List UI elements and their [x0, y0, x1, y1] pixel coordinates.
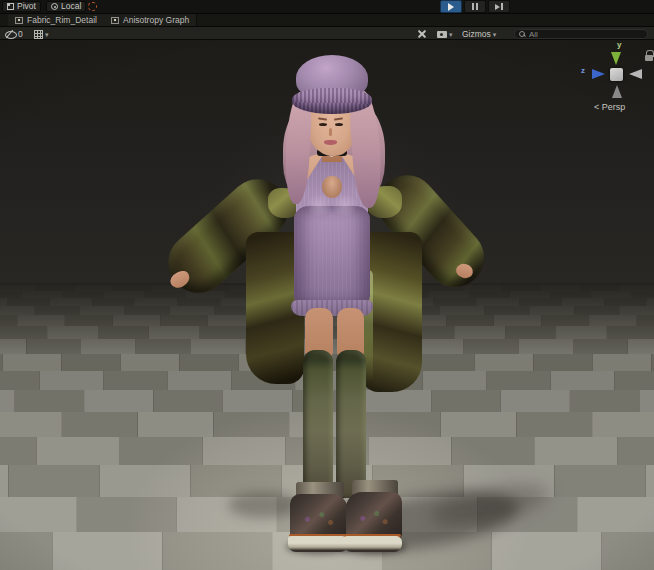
local-toggle-button[interactable]: Local [46, 1, 86, 12]
play-controls [440, 0, 510, 13]
dress-bust-highlight [300, 188, 364, 226]
play-icon [448, 3, 454, 11]
main-toolbar: Pivot Local [0, 0, 654, 13]
boot-sole-right [344, 536, 402, 552]
tab-label: Fabric_Rim_Detail [27, 16, 97, 25]
boot-sole-left [288, 536, 348, 552]
stocking-left [303, 350, 333, 498]
search-icon [519, 31, 526, 38]
local-icon [51, 3, 58, 10]
pause-button[interactable] [464, 0, 486, 13]
y-axis-cone[interactable] [611, 52, 621, 65]
hidden-count: 0 [18, 30, 23, 39]
pivot-toggle-button[interactable]: Pivot [2, 1, 41, 12]
beanie-brim [292, 88, 372, 114]
chevron-down-icon: ▾ [493, 31, 497, 38]
scene-visibility-button[interactable]: 0 [5, 29, 23, 39]
eye-right [335, 123, 343, 126]
tab-bar: Fabric_Rim_Detail Anisotropy Graph [0, 13, 654, 26]
tools-icon [417, 29, 427, 39]
search-input[interactable] [529, 30, 643, 39]
pause-icon [472, 3, 478, 10]
negative-x-axis-cone[interactable] [629, 69, 642, 79]
step-icon [495, 3, 503, 10]
pivot-label: Pivot [17, 2, 36, 11]
nose [329, 128, 332, 136]
unity-editor-window: Pivot Local Fabric_Rim_Detail Anisotropy… [0, 0, 654, 570]
eye-left [319, 123, 327, 126]
stocking-right [336, 350, 366, 498]
local-label: Local [61, 2, 81, 11]
scene-search-field[interactable] [514, 29, 648, 39]
window-icon [111, 17, 119, 24]
boot-upper-right [346, 492, 402, 540]
gizmos-label: Gizmos [462, 30, 491, 39]
scene-view-toolbar: 0 ▾ ▾ Gizmos ▾ [0, 26, 654, 40]
y-axis-label[interactable]: y [617, 40, 621, 49]
tab-label: Anisotropy Graph [123, 16, 189, 25]
play-button[interactable] [440, 0, 462, 13]
scene-viewport[interactable]: y z < Persp [0, 40, 654, 570]
z-axis-label[interactable]: z [581, 66, 585, 75]
camera-settings-button[interactable]: ▾ [437, 29, 453, 39]
z-axis-cone[interactable] [592, 69, 605, 79]
grid-icon [34, 30, 43, 39]
gizmos-dropdown[interactable]: Gizmos ▾ [462, 29, 496, 39]
lock-icon[interactable] [644, 50, 654, 61]
lips [324, 140, 337, 145]
chevron-down-icon: ▾ [45, 31, 49, 38]
camera-icon [437, 31, 447, 38]
grid-settings-button[interactable]: ▾ [34, 29, 49, 39]
window-icon [15, 17, 23, 24]
snap-icon[interactable] [88, 2, 97, 11]
negative-y-axis-cone[interactable] [612, 85, 622, 98]
eye-hidden-icon [5, 30, 16, 38]
gizmo-center-cube[interactable] [610, 68, 623, 81]
step-button[interactable] [488, 0, 510, 13]
overlay-tools-button[interactable] [417, 29, 427, 39]
pivot-icon [7, 3, 14, 10]
chevron-down-icon: ▾ [449, 31, 453, 38]
projection-label[interactable]: < Persp [594, 102, 650, 112]
